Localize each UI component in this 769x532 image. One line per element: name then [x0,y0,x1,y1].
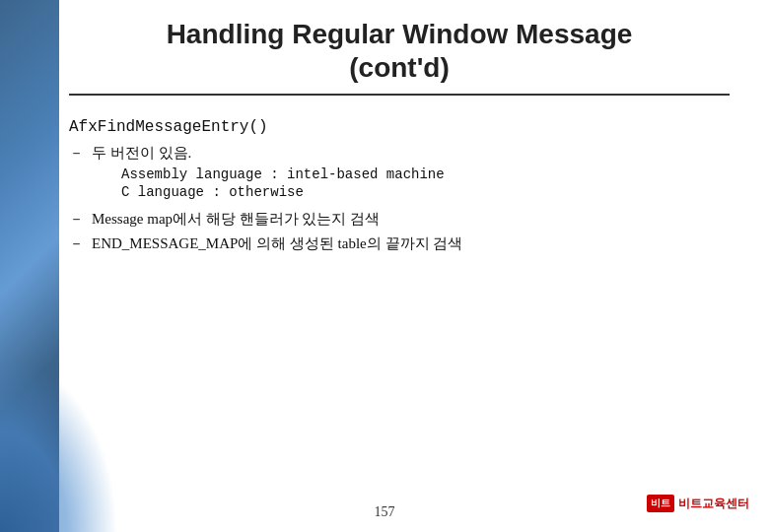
sub-item-1-2: C language : otherwise [121,184,445,200]
title-line2: (cont'd) [349,52,450,83]
bullet-content-1: 두 버전이 있음. Assembly language : intel-base… [92,144,445,204]
dash-2: － [69,210,84,229]
bullet-item-2: － Message map에서 해당 핸들러가 있는지 검색 [69,210,730,229]
main-content: AfxFindMessageEntry() － 두 버전이 있음. Assemb… [69,113,730,532]
content-area: Handling Regular Window Message (cont'd)… [0,0,769,532]
slide-title: Handling Regular Window Message (cont'd) [69,18,730,84]
dash-3: － [69,234,84,253]
bullet-text-3: END_MESSAGE_MAP에 의해 생성된 table의 끝까지 검색 [92,234,462,253]
slide-header: Handling Regular Window Message (cont'd) [69,0,730,96]
bullet-text-2: Message map에서 해당 핸들러가 있는지 검색 [92,210,380,229]
dash-1: － [69,144,84,163]
bullet-text-1: 두 버전이 있음. [92,145,191,161]
sub-list-1: Assembly language : intel-based machine … [121,166,445,200]
function-name: AfxFindMessageEntry() [69,118,730,136]
title-line1: Handling Regular Window Message [167,19,633,49]
bullet-list: － 두 버전이 있음. Assembly language : intel-ba… [69,144,730,253]
slide: Handling Regular Window Message (cont'd)… [0,0,769,532]
sub-item-1-1: Assembly language : intel-based machine [121,166,445,182]
bullet-item-1: － 두 버전이 있음. Assembly language : intel-ba… [69,144,730,204]
bullet-item-3: － END_MESSAGE_MAP에 의해 생성된 table의 끝까지 검색 [69,234,730,253]
